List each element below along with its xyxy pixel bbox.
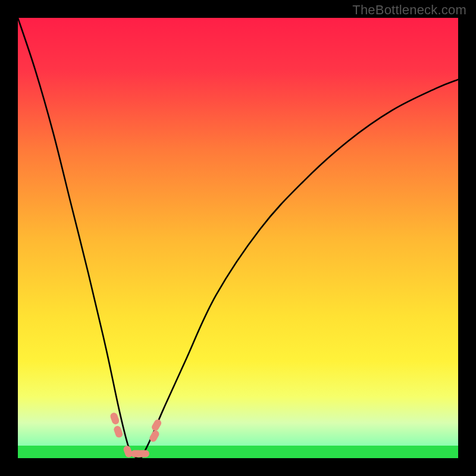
data-marker [137, 450, 149, 458]
chart-frame: TheBottleneck.com [0, 0, 476, 476]
bottleneck-curve [18, 18, 141, 458]
data-marker [109, 412, 120, 425]
plot-area [18, 18, 458, 458]
data-marker [151, 418, 162, 432]
watermark-text: TheBottleneck.com [352, 2, 466, 18]
curve-layer [18, 18, 458, 458]
bottleneck-curve [141, 80, 458, 458]
data-marker [113, 425, 124, 439]
